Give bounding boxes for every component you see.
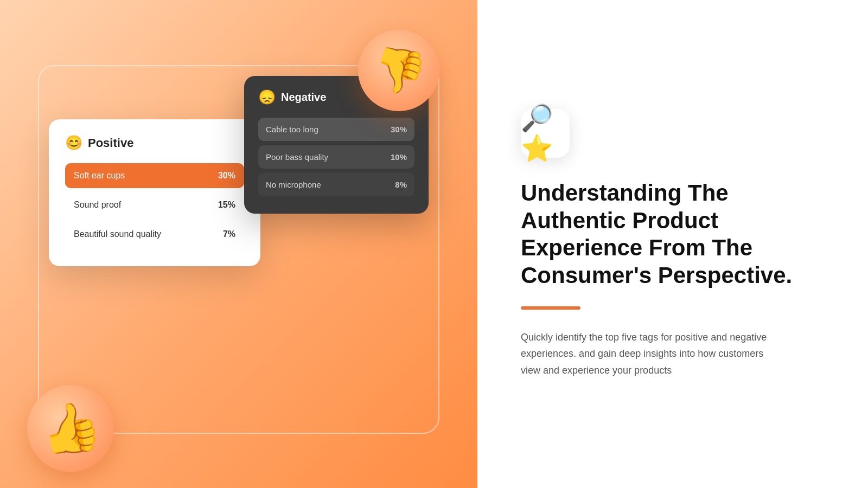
negative-row-1-label: Cable too long [266, 125, 318, 134]
positive-card-header: 😊 Positive [65, 134, 244, 151]
positive-card: 😊 Positive Soft ear cups 30% Sound proof… [49, 119, 260, 266]
positive-row-2-label: Sound proof [74, 200, 121, 210]
thumbs-up-icon: 👍 [20, 378, 120, 478]
left-panel: 👎 😊 Positive Soft ear cups 30% Sound pro… [0, 0, 477, 488]
positive-row-1-label: Soft ear cups [74, 171, 125, 181]
negative-card-title: Negative [281, 91, 326, 104]
positive-row-1-pct: 30% [218, 171, 235, 181]
positive-row-3-label: Beautiful sound quality [74, 229, 161, 239]
negative-row-2-pct: 10% [391, 152, 407, 162]
cards-container: 😊 Positive Soft ear cups 30% Sound proof… [49, 76, 429, 390]
smiley-icon: 😊 [65, 134, 82, 151]
right-panel: 🔎⭐ Understanding The Authentic Product E… [477, 0, 868, 488]
positive-row-2-pct: 15% [218, 200, 235, 210]
negative-row-2: Poor bass quality 10% [258, 145, 414, 169]
negative-row-3-label: No microphone [266, 180, 321, 189]
positive-row-3: Beautiful sound quality 7% [65, 222, 244, 247]
negative-row-1-pct: 30% [391, 125, 407, 134]
positive-row-3-pct: 7% [223, 229, 235, 239]
positive-row-1: Soft ear cups 30% [65, 163, 244, 188]
app-icon-emoji: 🔎⭐ [521, 103, 570, 164]
negative-row-3-pct: 8% [395, 180, 407, 189]
negative-row-3: No microphone 8% [258, 173, 414, 196]
negative-row-1: Cable too long 30% [258, 118, 414, 141]
main-heading: Understanding The Authentic Product Expe… [521, 179, 825, 289]
negative-row-2-label: Poor bass quality [266, 152, 328, 162]
positive-row-2: Sound proof 15% [65, 192, 244, 217]
description-text: Quickly identify the top five tags for p… [521, 329, 781, 379]
app-icon: 🔎⭐ [521, 109, 570, 158]
sad-icon: 😞 [258, 89, 276, 106]
positive-card-title: Positive [88, 136, 133, 150]
accent-bar [521, 306, 580, 310]
